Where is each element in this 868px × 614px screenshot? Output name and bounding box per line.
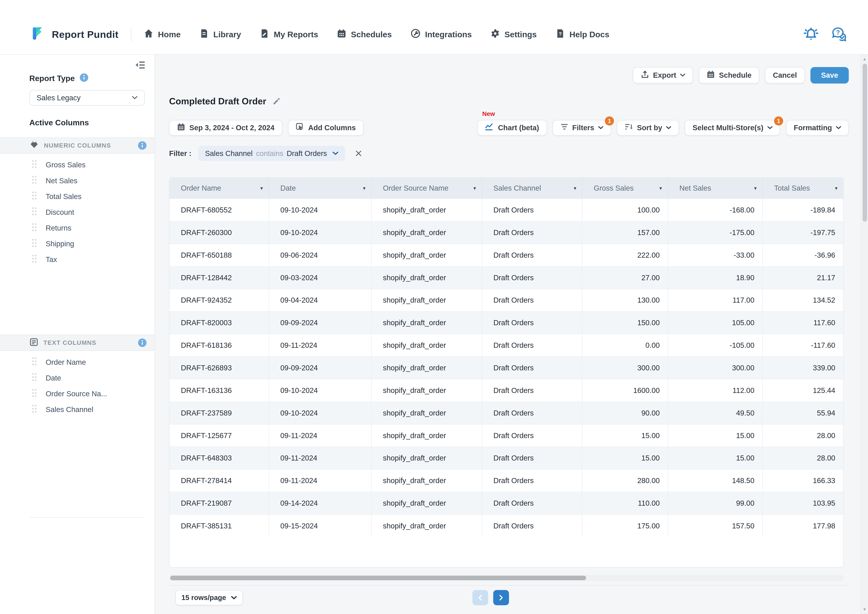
sidebar-column-discount[interactable]: Discount [0, 205, 155, 220]
main-content: Export Schedule Cancel Save Completed Dr… [155, 54, 868, 614]
cell-order-name: DRAFT-618136 [169, 334, 269, 357]
sidebar-column-net-sales[interactable]: Net Sales [0, 173, 155, 189]
app-root: Report Pundit Home Library My Reports Sc… [0, 0, 868, 614]
save-button[interactable]: Save [811, 67, 849, 83]
export-button[interactable]: Export [633, 67, 693, 83]
vertical-scrollbar[interactable]: ▲ ▼ [861, 54, 868, 614]
drag-handle-icon[interactable] [32, 176, 37, 186]
cell-order-source-name: shopify_draft_order [372, 334, 482, 357]
nav-item-my-reports[interactable]: My Reports [260, 29, 318, 40]
cell-order-name: DRAFT-219087 [169, 492, 269, 515]
page-title: Completed Draft Order [169, 96, 266, 106]
column-header-order-source-name[interactable]: Order Source Name▾ [372, 178, 482, 198]
next-page-button[interactable] [493, 590, 509, 605]
filters-button[interactable]: Filters 1 [553, 120, 611, 136]
report-type-select[interactable]: Sales Legacy [29, 90, 145, 106]
notifications-bell-icon[interactable] [803, 27, 820, 42]
info-icon[interactable] [138, 141, 146, 150]
sidebar-column-order-name[interactable]: Order Name [0, 354, 155, 370]
column-label: Shipping [46, 240, 74, 248]
sidebar-column-gross-sales[interactable]: Gross Sales [0, 157, 155, 173]
info-icon[interactable] [80, 73, 88, 84]
report-table: Order Name▾ Date▾ Order Source Name▾ Sal… [169, 177, 844, 567]
chevron-down-icon [680, 73, 685, 77]
drag-handle-icon[interactable] [32, 357, 37, 367]
cell-date: 09-03-2024 [269, 267, 371, 289]
multi-store-button[interactable]: Select Multi-Store(s) 1 [685, 120, 780, 136]
cell-net-sales: 18.90 [668, 267, 763, 289]
sort-triangle-icon: ▾ [659, 185, 662, 191]
horizontal-scrollbar[interactable] [169, 575, 844, 581]
drag-handle-icon[interactable] [32, 405, 37, 414]
drag-handle-icon[interactable] [32, 192, 37, 201]
cell-order-name: DRAFT-278414 [169, 470, 269, 492]
sidebar-column-order-source-name[interactable]: Order Source Na... [0, 386, 155, 402]
sidebar-column-sales-channel[interactable]: Sales Channel [0, 402, 155, 417]
filters-count-badge: 1 [605, 116, 614, 126]
nav-label: My Reports [274, 30, 318, 39]
horizontal-scrollbar-thumb[interactable] [170, 576, 586, 580]
report-type-label-row: Report Type [29, 73, 155, 84]
formatting-button[interactable]: Formatting [786, 120, 849, 136]
drag-handle-icon[interactable] [32, 239, 37, 249]
sidebar-column-returns[interactable]: Returns [0, 220, 155, 236]
text-columns-list: Order Name Date Order Source Na... Sales… [0, 354, 155, 418]
drag-handle-icon[interactable] [32, 255, 37, 265]
numeric-columns-list: Gross Sales Net Sales Total Sales Discou… [0, 157, 155, 267]
chart-beta-button[interactable]: Chart (beta) [477, 120, 547, 136]
support-chat-icon[interactable]: ? [831, 27, 849, 42]
drag-handle-icon[interactable] [32, 208, 37, 217]
drag-handle-icon[interactable] [32, 223, 37, 233]
column-header-total-sales[interactable]: Total Sales▾ [763, 178, 843, 198]
sidebar-column-total-sales[interactable]: Total Sales [0, 189, 155, 205]
add-columns-button[interactable]: Add Columns [288, 120, 364, 136]
drag-handle-icon[interactable] [32, 389, 37, 399]
drag-handle-icon[interactable] [32, 160, 37, 170]
drag-handle-icon[interactable] [32, 373, 37, 383]
cell-total-sales: 21.17 [763, 267, 843, 289]
nav-item-integrations[interactable]: Integrations [411, 28, 472, 40]
remove-filter-icon[interactable] [354, 149, 363, 158]
cancel-button[interactable]: Cancel [765, 67, 804, 83]
date-range-button[interactable]: Sep 3, 2024 - Oct 2, 2024 [169, 120, 282, 136]
cell-order-source-name: shopify_draft_order [372, 424, 482, 447]
cell-gross-sales: 90.00 [582, 402, 668, 424]
nav-item-home[interactable]: Home [144, 29, 181, 40]
sidebar-column-tax[interactable]: Tax [0, 252, 155, 267]
cell-order-name: DRAFT-650188 [169, 244, 269, 267]
rows-per-page-select[interactable]: 15 rows/page [175, 590, 243, 605]
column-header-gross-sales[interactable]: Gross Sales▾ [582, 178, 668, 198]
nav-item-library[interactable]: Library [199, 29, 241, 40]
cell-date: 09-04-2024 [269, 289, 371, 312]
schedule-button[interactable]: Schedule [699, 67, 760, 83]
cell-total-sales: 125.44 [763, 379, 843, 402]
sort-by-button[interactable]: Sort by [617, 120, 679, 136]
nav-divider [131, 27, 132, 42]
sidebar-column-shipping[interactable]: Shipping [0, 236, 155, 252]
column-header-order-name[interactable]: Order Name▾ [169, 178, 269, 198]
nav-item-settings[interactable]: Settings [490, 29, 537, 40]
main-nav: Home Library My Reports Schedules Integr… [144, 28, 609, 40]
nav-item-help-docs[interactable]: ? Help Docs [555, 29, 609, 40]
nav-label: Home [158, 30, 181, 39]
collapse-sidebar-icon[interactable] [134, 60, 147, 72]
home-icon [144, 29, 153, 40]
cell-gross-sales: 300.00 [582, 357, 668, 379]
cell-gross-sales: 157.00 [582, 221, 668, 244]
edit-title-pencil-icon[interactable] [273, 97, 281, 105]
sidebar-column-date[interactable]: Date [0, 370, 155, 386]
column-header-date[interactable]: Date▾ [269, 178, 371, 198]
brand[interactable]: Report Pundit [29, 26, 119, 43]
table-row: DRAFT-924352 09-04-2024 shopify_draft_or… [169, 289, 843, 312]
previous-page-button[interactable] [473, 590, 488, 605]
column-header-sales-channel[interactable]: Sales Channel▾ [482, 178, 582, 198]
info-icon[interactable] [138, 338, 146, 347]
cell-order-name: DRAFT-260300 [169, 221, 269, 244]
scroll-up-arrow-icon[interactable]: ▲ [861, 57, 868, 61]
scroll-down-arrow-icon[interactable]: ▼ [861, 607, 868, 612]
cell-sales-channel: Draft Orders [482, 492, 582, 515]
vertical-scrollbar-thumb[interactable] [863, 64, 867, 222]
active-filter-pill[interactable]: Sales Channel contains Draft Orders [198, 146, 345, 161]
column-header-net-sales[interactable]: Net Sales▾ [668, 178, 763, 198]
nav-item-schedules[interactable]: Schedules [337, 29, 392, 40]
